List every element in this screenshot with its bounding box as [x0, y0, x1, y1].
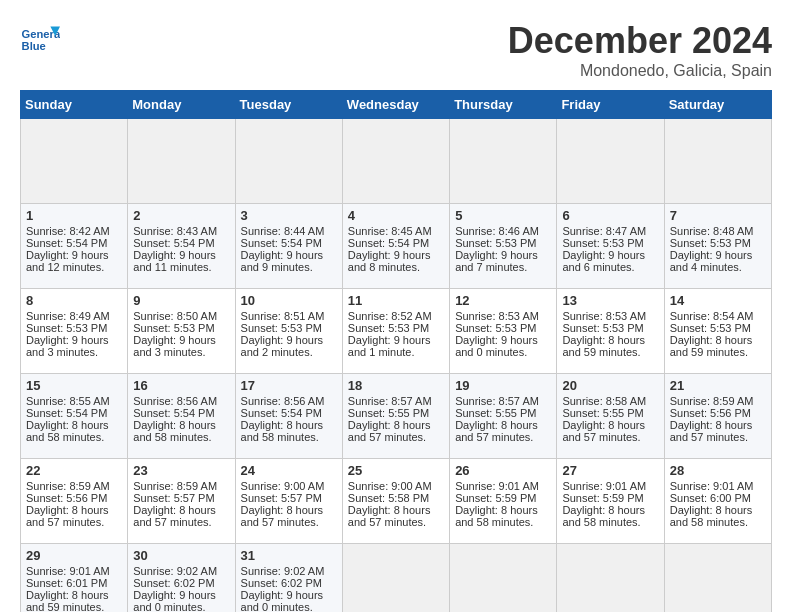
- day-info: Daylight: 8 hours and 59 minutes.: [26, 589, 122, 612]
- day-info: Daylight: 9 hours and 9 minutes.: [241, 249, 337, 273]
- day-number: 22: [26, 463, 122, 478]
- calendar-cell: 7Sunrise: 8:48 AMSunset: 5:53 PMDaylight…: [664, 204, 771, 289]
- day-info: Daylight: 8 hours and 57 minutes.: [670, 419, 766, 443]
- day-info: Sunset: 5:54 PM: [26, 407, 122, 419]
- weekday-header-friday: Friday: [557, 91, 664, 119]
- day-info: Sunrise: 8:48 AM: [670, 225, 766, 237]
- title-block: December 2024 Mondonedo, Galicia, Spain: [508, 20, 772, 80]
- calendar-cell: 19Sunrise: 8:57 AMSunset: 5:55 PMDayligh…: [450, 374, 557, 459]
- day-info: Sunrise: 8:53 AM: [455, 310, 551, 322]
- calendar-cell: 20Sunrise: 8:58 AMSunset: 5:55 PMDayligh…: [557, 374, 664, 459]
- day-info: Sunrise: 8:56 AM: [133, 395, 229, 407]
- day-number: 18: [348, 378, 444, 393]
- day-number: 21: [670, 378, 766, 393]
- day-info: Daylight: 8 hours and 57 minutes.: [455, 419, 551, 443]
- calendar-week-row: 15Sunrise: 8:55 AMSunset: 5:54 PMDayligh…: [21, 374, 772, 459]
- day-info: Sunset: 5:54 PM: [133, 237, 229, 249]
- day-info: Daylight: 9 hours and 0 minutes.: [133, 589, 229, 612]
- day-info: Sunrise: 8:58 AM: [562, 395, 658, 407]
- calendar-header-row: SundayMondayTuesdayWednesdayThursdayFrid…: [21, 91, 772, 119]
- svg-text:Blue: Blue: [22, 40, 46, 52]
- day-info: Daylight: 8 hours and 59 minutes.: [562, 334, 658, 358]
- day-info: Sunset: 5:53 PM: [562, 322, 658, 334]
- page-header: General Blue December 2024 Mondonedo, Ga…: [20, 20, 772, 80]
- day-info: Daylight: 8 hours and 59 minutes.: [670, 334, 766, 358]
- day-number: 1: [26, 208, 122, 223]
- calendar-week-row: 29Sunrise: 9:01 AMSunset: 6:01 PMDayligh…: [21, 544, 772, 613]
- day-info: Sunset: 5:54 PM: [241, 237, 337, 249]
- calendar-cell: [557, 544, 664, 613]
- day-info: Daylight: 8 hours and 57 minutes.: [348, 419, 444, 443]
- day-info: Daylight: 9 hours and 4 minutes.: [670, 249, 766, 273]
- calendar-cell: 15Sunrise: 8:55 AMSunset: 5:54 PMDayligh…: [21, 374, 128, 459]
- day-number: 12: [455, 293, 551, 308]
- day-info: Sunrise: 8:49 AM: [26, 310, 122, 322]
- day-number: 11: [348, 293, 444, 308]
- day-info: Daylight: 9 hours and 2 minutes.: [241, 334, 337, 358]
- calendar-cell: [235, 119, 342, 204]
- day-number: 3: [241, 208, 337, 223]
- day-number: 4: [348, 208, 444, 223]
- day-info: Sunrise: 8:55 AM: [26, 395, 122, 407]
- calendar-cell: 24Sunrise: 9:00 AMSunset: 5:57 PMDayligh…: [235, 459, 342, 544]
- day-info: Sunrise: 8:59 AM: [133, 480, 229, 492]
- calendar-cell: 5Sunrise: 8:46 AMSunset: 5:53 PMDaylight…: [450, 204, 557, 289]
- calendar-cell: 26Sunrise: 9:01 AMSunset: 5:59 PMDayligh…: [450, 459, 557, 544]
- day-info: Daylight: 8 hours and 58 minutes.: [133, 419, 229, 443]
- day-info: Sunset: 5:54 PM: [348, 237, 444, 249]
- day-info: Sunrise: 8:44 AM: [241, 225, 337, 237]
- day-number: 8: [26, 293, 122, 308]
- logo-icon: General Blue: [20, 20, 60, 60]
- calendar-cell: 22Sunrise: 8:59 AMSunset: 5:56 PMDayligh…: [21, 459, 128, 544]
- calendar-cell: 23Sunrise: 8:59 AMSunset: 5:57 PMDayligh…: [128, 459, 235, 544]
- weekday-header-saturday: Saturday: [664, 91, 771, 119]
- day-info: Sunset: 5:53 PM: [455, 237, 551, 249]
- day-number: 13: [562, 293, 658, 308]
- day-info: Sunset: 5:56 PM: [26, 492, 122, 504]
- calendar-cell: 25Sunrise: 9:00 AMSunset: 5:58 PMDayligh…: [342, 459, 449, 544]
- calendar-cell: 21Sunrise: 8:59 AMSunset: 5:56 PMDayligh…: [664, 374, 771, 459]
- day-number: 14: [670, 293, 766, 308]
- weekday-header-wednesday: Wednesday: [342, 91, 449, 119]
- calendar-cell: [450, 544, 557, 613]
- day-number: 26: [455, 463, 551, 478]
- day-number: 10: [241, 293, 337, 308]
- day-number: 17: [241, 378, 337, 393]
- day-info: Daylight: 9 hours and 0 minutes.: [455, 334, 551, 358]
- day-info: Sunset: 5:53 PM: [455, 322, 551, 334]
- day-number: 29: [26, 548, 122, 563]
- day-number: 24: [241, 463, 337, 478]
- day-number: 16: [133, 378, 229, 393]
- calendar-week-row: [21, 119, 772, 204]
- day-info: Sunset: 5:58 PM: [348, 492, 444, 504]
- calendar-cell: [21, 119, 128, 204]
- calendar-cell: 6Sunrise: 8:47 AMSunset: 5:53 PMDaylight…: [557, 204, 664, 289]
- day-info: Daylight: 8 hours and 58 minutes.: [455, 504, 551, 528]
- day-info: Sunset: 5:59 PM: [562, 492, 658, 504]
- day-info: Sunset: 5:56 PM: [670, 407, 766, 419]
- day-number: 30: [133, 548, 229, 563]
- calendar-week-row: 8Sunrise: 8:49 AMSunset: 5:53 PMDaylight…: [21, 289, 772, 374]
- calendar-cell: [342, 119, 449, 204]
- calendar-cell: [664, 119, 771, 204]
- calendar-cell: 8Sunrise: 8:49 AMSunset: 5:53 PMDaylight…: [21, 289, 128, 374]
- day-info: Sunrise: 8:57 AM: [348, 395, 444, 407]
- logo: General Blue: [20, 20, 64, 60]
- day-info: Daylight: 9 hours and 0 minutes.: [241, 589, 337, 612]
- month-title: December 2024: [508, 20, 772, 62]
- day-info: Sunset: 5:55 PM: [348, 407, 444, 419]
- calendar-cell: 2Sunrise: 8:43 AMSunset: 5:54 PMDaylight…: [128, 204, 235, 289]
- day-info: Sunrise: 9:01 AM: [26, 565, 122, 577]
- day-info: Sunrise: 8:50 AM: [133, 310, 229, 322]
- location: Mondonedo, Galicia, Spain: [508, 62, 772, 80]
- calendar-cell: 29Sunrise: 9:01 AMSunset: 6:01 PMDayligh…: [21, 544, 128, 613]
- calendar-cell: 3Sunrise: 8:44 AMSunset: 5:54 PMDaylight…: [235, 204, 342, 289]
- day-info: Daylight: 8 hours and 57 minutes.: [26, 504, 122, 528]
- day-info: Sunrise: 9:02 AM: [241, 565, 337, 577]
- day-number: 25: [348, 463, 444, 478]
- day-info: Daylight: 9 hours and 6 minutes.: [562, 249, 658, 273]
- day-info: Daylight: 9 hours and 11 minutes.: [133, 249, 229, 273]
- day-info: Daylight: 8 hours and 58 minutes.: [26, 419, 122, 443]
- day-info: Sunrise: 9:01 AM: [562, 480, 658, 492]
- weekday-header-tuesday: Tuesday: [235, 91, 342, 119]
